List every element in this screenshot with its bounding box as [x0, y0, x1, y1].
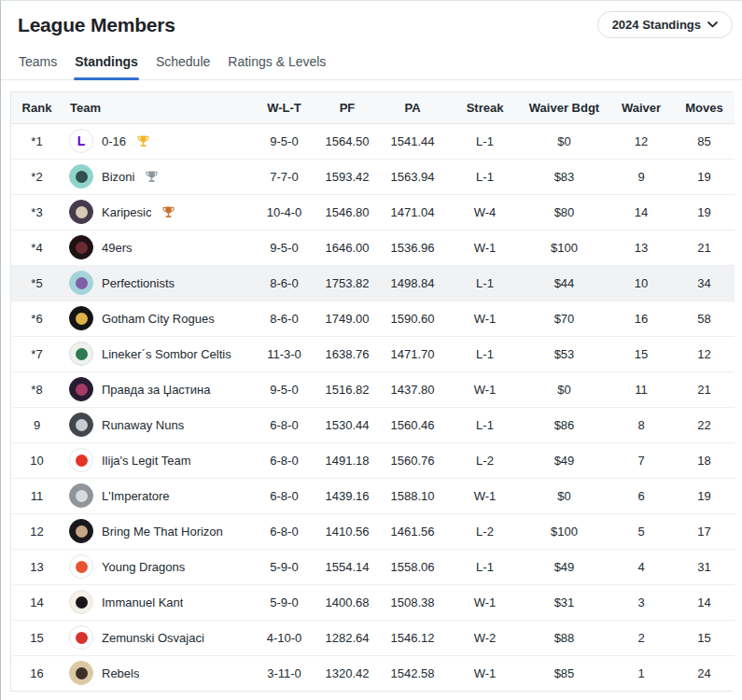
waiver-cell: 8	[609, 407, 674, 442]
moves-cell: 14	[674, 584, 735, 620]
rank-cell: 16	[11, 655, 63, 691]
wlt-cell: 8-6-0	[249, 301, 319, 336]
rank-cell: 10	[11, 442, 63, 478]
team-name-link[interactable]: 0-16	[102, 134, 126, 148]
team-avatar	[69, 519, 93, 543]
team-name-link[interactable]: Правда за Џастина	[102, 383, 211, 397]
team-name-link[interactable]: Runaway Nuns	[102, 418, 184, 432]
rank-cell: 11	[11, 478, 63, 513]
rank-cell: *2	[11, 159, 63, 194]
team-name-link[interactable]: Bring Me That Horizon	[102, 525, 223, 539]
trophy-icon	[145, 170, 159, 184]
team-name-link[interactable]: L'Imperatore	[102, 489, 170, 503]
team-cell: L 0-16	[63, 123, 249, 159]
pf-cell: 1753.82	[319, 265, 375, 301]
col-header-moves: Moves	[674, 92, 735, 123]
team-cell: Ilija's Legit Team	[63, 442, 249, 478]
tab-bar: Teams Standings Schedule Ratings & Level…	[1, 44, 742, 80]
team-cell: Rebels	[63, 655, 249, 691]
chevron-down-icon	[707, 21, 718, 28]
waiver-budget-cell: $49	[520, 549, 609, 584]
wlt-cell: 5-9-0	[249, 584, 319, 620]
col-header-wlt: W-L-T	[249, 92, 319, 123]
moves-cell: 17	[674, 513, 735, 549]
waiver-cell: 5	[609, 513, 674, 549]
team-name-link[interactable]: Bizoni	[102, 170, 134, 184]
moves-cell: 24	[674, 655, 735, 691]
team-name-link[interactable]: Rebels	[102, 666, 139, 680]
streak-cell: W-1	[450, 478, 520, 513]
col-header-streak: Streak	[450, 92, 520, 123]
col-header-team: Team	[63, 92, 249, 123]
wlt-cell: 6-8-0	[249, 478, 319, 513]
table-row: *2 Bizoni	[11, 159, 735, 194]
moves-cell: 19	[674, 194, 735, 230]
table-row: *4 49ers	[11, 230, 735, 265]
waiver-cell: 4	[609, 549, 674, 584]
team-cell: Lineker´s Sombor Celtis	[63, 336, 249, 371]
col-header-waiver-bdgt: Waiver Bdgt	[520, 92, 609, 123]
season-selector-label: 2024 Standings	[612, 18, 701, 32]
wlt-cell: 10-4-0	[249, 194, 319, 230]
team-avatar	[69, 554, 93, 579]
rank-cell: *8	[11, 371, 63, 407]
pa-cell: 1461.56	[375, 513, 450, 549]
rank-cell: 15	[11, 620, 63, 655]
waiver-cell: 11	[609, 371, 674, 407]
team-avatar	[69, 483, 93, 508]
team-avatar	[69, 164, 93, 189]
table-row: *6 Gotham City Rogues	[11, 301, 735, 336]
trophy-icon	[136, 134, 150, 148]
team-name-link[interactable]: Gotham City Rogues	[102, 312, 215, 326]
team-name-link[interactable]: Zemunski Osvajaci	[102, 631, 204, 645]
waiver-budget-cell: $31	[520, 584, 609, 620]
rank-cell: *3	[11, 194, 63, 230]
waiver-budget-cell: $80	[520, 194, 609, 230]
standings-table: Rank Team W-L-T PF PA Streak Waiver Bdgt…	[10, 91, 733, 692]
wlt-cell: 7-7-0	[249, 159, 319, 194]
wlt-cell: 9-5-0	[249, 123, 319, 159]
pa-cell: 1508.38	[375, 584, 450, 620]
rank-cell: *6	[11, 301, 63, 336]
team-name-link[interactable]: Perfectionists	[102, 276, 175, 290]
wlt-cell: 6-8-0	[249, 407, 319, 442]
team-cell: Gotham City Rogues	[63, 301, 249, 336]
streak-cell: L-2	[450, 513, 520, 549]
wlt-cell: 6-8-0	[249, 442, 319, 478]
team-name-link[interactable]: 49ers	[102, 241, 133, 255]
tab-standings[interactable]: Standings	[74, 46, 139, 79]
pf-cell: 1530.44	[319, 407, 375, 442]
wlt-cell: 9-5-0	[249, 230, 319, 265]
moves-cell: 12	[674, 336, 735, 371]
col-header-rank: Rank	[11, 92, 63, 123]
table-row: *7 Lineker´s Sombor Celtis	[11, 336, 735, 371]
pa-cell: 1536.96	[375, 230, 450, 265]
pa-cell: 1590.60	[375, 301, 450, 336]
table-row: 16 Rebels	[11, 655, 735, 691]
streak-cell: W-1	[450, 301, 520, 336]
tab-ratings-levels[interactable]: Ratings & Levels	[227, 46, 327, 79]
table-row: *8 Правда за Џастина	[11, 371, 735, 407]
moves-cell: 21	[674, 230, 735, 265]
tab-teams[interactable]: Teams	[18, 46, 58, 79]
table-row: 15 Zemunski Osvajaci	[11, 620, 735, 655]
team-cell: Runaway Nuns	[63, 407, 249, 442]
waiver-cell: 7	[609, 442, 674, 478]
team-name-link[interactable]: Lineker´s Sombor Celtis	[102, 347, 231, 361]
waiver-budget-cell: $86	[520, 407, 609, 442]
pf-cell: 1516.82	[319, 371, 375, 407]
team-cell: Zemunski Osvajaci	[63, 620, 249, 655]
team-name-link[interactable]: Young Dragons	[102, 560, 185, 574]
team-name-link[interactable]: Ilija's Legit Team	[102, 454, 190, 468]
team-avatar	[69, 625, 93, 650]
team-name-link[interactable]: Karipesic	[102, 205, 151, 219]
tab-schedule[interactable]: Schedule	[155, 46, 211, 79]
team-name-link[interactable]: Immanuel Kant	[102, 595, 183, 609]
pa-cell: 1542.58	[375, 655, 450, 691]
waiver-budget-cell: $100	[520, 230, 609, 265]
season-selector-button[interactable]: 2024 Standings	[597, 11, 733, 38]
waiver-budget-cell: $44	[520, 265, 609, 301]
pf-cell: 1593.42	[319, 159, 375, 194]
waiver-budget-cell: $0	[520, 371, 609, 407]
table-row: 12 Bring Me That Horizon	[11, 513, 735, 549]
